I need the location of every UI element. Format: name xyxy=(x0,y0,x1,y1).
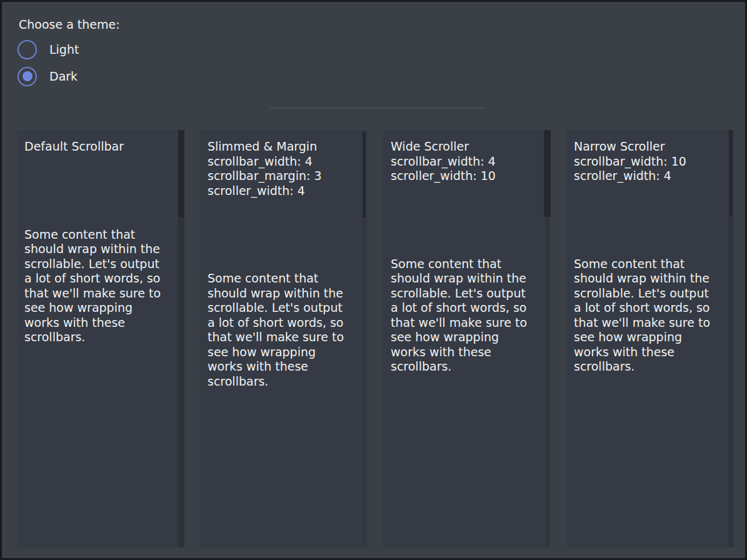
theme-chooser-label: Choose a theme: xyxy=(19,18,120,32)
radio-dark-dot xyxy=(23,71,33,81)
panel-content: Slimmed & Margin scrollbar_width: 4 scro… xyxy=(200,130,368,389)
panel-default-scrollbar[interactable]: Default Scrollbar Some content that shou… xyxy=(17,130,184,548)
radio-light[interactable]: Light xyxy=(18,40,120,59)
radio-dark-label: Dark xyxy=(49,69,78,83)
scrollbar-thumb[interactable] xyxy=(544,130,551,217)
radio-dark-circle[interactable] xyxy=(18,67,37,86)
panel-content: Default Scrollbar Some content that shou… xyxy=(17,130,184,345)
panel-body-text: Some content that should wrap within the… xyxy=(208,271,349,389)
panel-content: Narrow Scroller scrollbar_width: 10 scro… xyxy=(566,130,734,374)
panel-body-text: Some content that should wrap within the… xyxy=(24,228,166,345)
panel-body-text: Some content that should wrap within the… xyxy=(574,257,715,374)
radio-light-dot xyxy=(23,44,33,54)
panel-title: Default Scrollbar xyxy=(24,139,166,154)
app-window: Choose a theme: Light Dark Default Scrol… xyxy=(2,2,745,558)
panel-wide-scroller[interactable]: Wide Scroller scrollbar_width: 4 scrolle… xyxy=(383,130,551,548)
panel-params: scrollbar_width: 10 scroller_width: 4 xyxy=(574,154,715,184)
theme-chooser: Choose a theme: Light Dark xyxy=(19,18,120,86)
scrollbar-thumb[interactable] xyxy=(178,130,184,218)
panel-title: Narrow Scroller xyxy=(574,139,715,154)
panel-slimmed-margin[interactable]: Slimmed & Margin scrollbar_width: 4 scro… xyxy=(200,130,368,548)
panel-params: scrollbar_width: 4 scroller_width: 10 xyxy=(391,154,532,184)
panel-content: Wide Scroller scrollbar_width: 4 scrolle… xyxy=(383,130,551,374)
radio-light-circle[interactable] xyxy=(18,40,37,59)
panel-title: Wide Scroller xyxy=(391,139,532,154)
panel-title: Slimmed & Margin xyxy=(208,139,349,154)
scrollbar-demo-columns: Default Scrollbar Some content that shou… xyxy=(17,130,734,548)
radio-dark[interactable]: Dark xyxy=(18,67,120,86)
panel-body-text: Some content that should wrap within the… xyxy=(391,257,532,374)
scrollbar-thumb[interactable] xyxy=(729,130,732,217)
panel-narrow-scroller[interactable]: Narrow Scroller scrollbar_width: 10 scro… xyxy=(566,130,734,548)
scrollbar-thumb[interactable] xyxy=(363,132,366,218)
radio-light-label: Light xyxy=(49,42,79,56)
panel-params: scrollbar_width: 4 scrollbar_margin: 3 s… xyxy=(208,154,349,199)
horizontal-divider xyxy=(270,108,484,109)
